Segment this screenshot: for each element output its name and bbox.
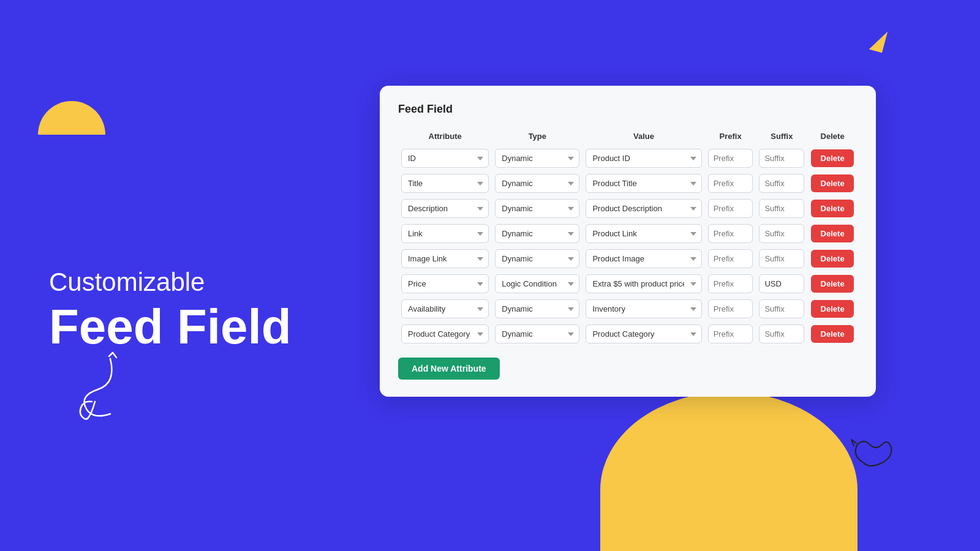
suffix-input-row-3[interactable] xyxy=(759,224,804,243)
type-select-row-0[interactable]: Dynamic xyxy=(495,149,579,168)
attribute-select-row-6[interactable]: Availability xyxy=(401,299,489,318)
prefix-input-row-4[interactable] xyxy=(708,249,753,268)
delete-button-row-2[interactable]: Delete xyxy=(811,200,854,217)
delete-button-row-1[interactable]: Delete xyxy=(811,174,854,192)
attribute-select-row-5[interactable]: Price xyxy=(401,274,489,293)
hero-large-text: Feed Field xyxy=(49,302,331,351)
table-row: IDDynamicProduct IDDelete xyxy=(398,146,858,171)
attribute-select-row-2[interactable]: Description xyxy=(401,199,489,218)
prefix-input-row-6[interactable] xyxy=(708,299,753,318)
hero-section: Customizable Feed Field xyxy=(0,0,368,551)
col-header-delete: Delete xyxy=(807,127,858,146)
table-row: Image LinkDynamicProduct ImageDelete xyxy=(398,246,858,271)
value-select-row-7[interactable]: Product Category xyxy=(586,324,701,343)
delete-button-row-3[interactable]: Delete xyxy=(811,225,854,242)
delete-button-row-6[interactable]: Delete xyxy=(811,300,854,318)
feed-table: Attribute Type Value Prefix Suffix Delet… xyxy=(398,127,858,347)
value-select-row-4[interactable]: Product Image xyxy=(586,249,701,268)
hero-small-text: Customizable xyxy=(49,267,331,298)
table-row: LinkDynamicProduct LinkDelete xyxy=(398,221,858,246)
prefix-input-row-3[interactable] xyxy=(708,224,753,243)
col-header-value: Value xyxy=(582,127,704,146)
value-select-row-5[interactable]: Extra $5 with product price xyxy=(586,274,701,293)
suffix-input-row-2[interactable] xyxy=(759,199,804,218)
prefix-input-row-1[interactable] xyxy=(708,174,753,193)
prefix-input-row-2[interactable] xyxy=(708,199,753,218)
suffix-input-row-4[interactable] xyxy=(759,249,804,268)
feed-field-panel: Feed Field Attribute Type Value Prefix S… xyxy=(380,86,876,397)
scribble-decoration xyxy=(845,432,900,478)
col-header-prefix: Prefix xyxy=(705,127,756,146)
value-select-row-1[interactable]: Product Title xyxy=(586,174,701,193)
table-row: DescriptionDynamicProduct DescriptionDel… xyxy=(398,196,858,221)
attribute-select-row-0[interactable]: ID xyxy=(401,149,489,168)
delete-button-row-4[interactable]: Delete xyxy=(811,250,854,268)
type-select-row-6[interactable]: Dynamic xyxy=(495,299,579,318)
suffix-input-row-6[interactable] xyxy=(759,299,804,318)
table-row: Product CategoryDynamicProduct CategoryD… xyxy=(398,321,858,347)
value-select-row-6[interactable]: Inventory xyxy=(586,299,701,318)
prefix-input-row-0[interactable] xyxy=(708,149,753,168)
attribute-select-row-1[interactable]: Title xyxy=(401,174,489,193)
type-select-row-2[interactable]: Dynamic xyxy=(495,199,579,218)
value-select-row-3[interactable]: Product Link xyxy=(586,224,701,243)
col-header-suffix: Suffix xyxy=(756,127,807,146)
attribute-select-row-3[interactable]: Link xyxy=(401,224,489,243)
suffix-input-row-5[interactable] xyxy=(759,274,804,293)
value-select-row-0[interactable]: Product ID xyxy=(586,149,701,168)
table-row: PriceLogic ConditionExtra $5 with produc… xyxy=(398,271,858,296)
prefix-input-row-5[interactable] xyxy=(708,274,753,293)
delete-button-row-7[interactable]: Delete xyxy=(811,325,854,343)
attribute-select-row-4[interactable]: Image Link xyxy=(401,249,489,268)
type-select-row-4[interactable]: Dynamic xyxy=(495,249,579,268)
type-select-row-5[interactable]: Logic Condition xyxy=(495,274,579,293)
suffix-input-row-0[interactable] xyxy=(759,149,804,168)
type-select-row-1[interactable]: Dynamic xyxy=(495,174,579,193)
type-select-row-7[interactable]: Dynamic xyxy=(495,324,579,343)
table-row: TitleDynamicProduct TitleDelete xyxy=(398,171,858,196)
table-row: AvailabilityDynamicInventoryDelete xyxy=(398,296,858,321)
delete-button-row-0[interactable]: Delete xyxy=(811,149,854,167)
suffix-input-row-7[interactable] xyxy=(759,324,804,343)
suffix-input-row-1[interactable] xyxy=(759,174,804,193)
col-header-type: Type xyxy=(492,127,582,146)
add-new-attribute-button[interactable]: Add New Attribute xyxy=(398,358,500,380)
type-select-row-3[interactable]: Dynamic xyxy=(495,224,579,243)
panel-title: Feed Field xyxy=(398,103,858,116)
attribute-select-row-7[interactable]: Product Category xyxy=(401,324,489,343)
delete-button-row-5[interactable]: Delete xyxy=(811,275,854,293)
prefix-input-row-7[interactable] xyxy=(708,324,753,343)
col-header-attribute: Attribute xyxy=(398,127,492,146)
value-select-row-2[interactable]: Product Description xyxy=(586,199,701,218)
